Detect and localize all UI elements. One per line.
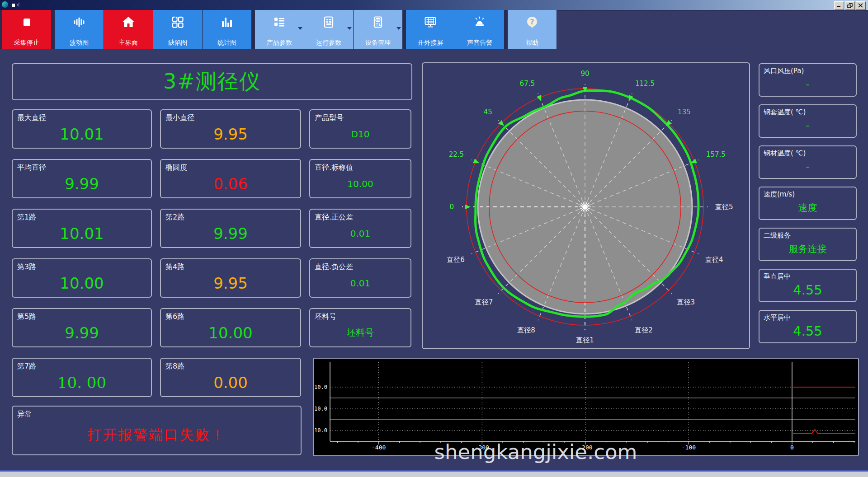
app-window: c 采集停止波动图主界面缺陷图统计图产品参数运行参数设备管理开外接屏声音告警?帮… [0, 0, 868, 477]
restore-icon [847, 3, 853, 8]
toolbar-button-label: 运行参数 [316, 39, 341, 46]
metric-cell-12: 直径.负公差0.01 [309, 258, 411, 298]
metric-cell-6: 直径.标称值10.00 [309, 159, 411, 198]
status-value: 服务连接 [760, 237, 856, 260]
svg-text:直径4: 直径4 [705, 256, 723, 264]
toolbar-button-stats-chart[interactable]: 统计图 [203, 10, 251, 49]
toolbar-button-label: 采集停止 [14, 39, 39, 46]
svg-text:45: 45 [484, 108, 492, 116]
alarm-icon [473, 15, 486, 31]
metric-value: 10.01 [13, 220, 151, 247]
status-value: - [760, 155, 856, 178]
metric-value: 9.99 [161, 220, 300, 247]
metric-value: 0.01 [310, 220, 410, 247]
status-cell-1: 风口风压(Pa)- [759, 63, 857, 97]
metric-cell-17: 第8路0.00 [160, 358, 301, 397]
svg-text:10.0: 10.0 [314, 406, 327, 412]
status-cell-2: 钢套温度( ℃)- [759, 104, 857, 138]
metric-cell-11: 第4路9.95 [160, 258, 301, 298]
metric-value: 9.99 [13, 170, 151, 197]
toolbar-button-label: 缺陷图 [168, 39, 187, 46]
window-title-glyph-icon [12, 4, 15, 7]
home-icon [122, 15, 135, 31]
toolbar-button-external-screen[interactable]: 开外接屏 [406, 10, 455, 49]
toolbar-button-defect-chart[interactable]: 缺陷图 [153, 10, 202, 49]
status-panel: 风口风压(Pa)-钢套温度( ℃)-钢材温度( ℃)-速度(m/s)速度二级服务… [759, 63, 857, 343]
toolbar-button-main-screen[interactable]: 主界面 [104, 10, 153, 49]
toolbar-button-sound-alarm[interactable]: 声音告警 [455, 10, 504, 49]
stop-icon [20, 15, 33, 31]
polar-chart: 022.54567.590112.5135157.5直径5直径4直径3直径2直径… [423, 63, 749, 348]
status-value: 4.55 [760, 278, 856, 301]
toolbar-button-label: 统计图 [217, 39, 236, 46]
product-icon [273, 15, 286, 31]
toolbar-button-label: 设备管理 [365, 39, 391, 46]
metrics-grid: 最大直径10.01最小直径9.95产品型号D10平均直径9.99椭圆度0.06直… [12, 109, 411, 397]
minimize-button[interactable] [834, 1, 844, 10]
close-button[interactable] [856, 1, 866, 10]
chevron-down-icon[interactable] [396, 27, 401, 30]
metric-cell-1: 最大直径10.01 [12, 109, 152, 149]
status-cell-7: 水平居中4.55 [759, 310, 857, 343]
toolbar-button-label: 主界面 [119, 39, 138, 46]
metric-value: 9.95 [161, 120, 300, 148]
svg-text:直径2: 直径2 [635, 326, 653, 334]
metric-value: 9.99 [13, 319, 151, 346]
toolbar-button-product-params[interactable]: 产品参数 [255, 10, 304, 49]
metric-cell-8: 第2路9.99 [160, 209, 301, 248]
gauge-title: 3#测径仪 [163, 68, 261, 96]
app-logo-icon [2, 1, 8, 8]
svg-text:0: 0 [790, 444, 794, 451]
svg-text:直径1: 直径1 [576, 336, 594, 344]
metric-value: 10.00 [13, 269, 151, 297]
gauge-title-box: 3#测径仪 [12, 63, 412, 100]
window-title: c [17, 2, 20, 8]
svg-text:直径5: 直径5 [715, 203, 733, 211]
metric-value: 0.00 [161, 369, 300, 396]
metric-value: D10 [310, 120, 410, 148]
metric-value: 坯料号 [310, 319, 410, 346]
metric-cell-9: 直径.正公差0.01 [309, 209, 411, 248]
toolbar-button-label: 帮助 [526, 39, 538, 46]
svg-text:10.0: 10.0 [314, 427, 327, 434]
toolbar-button-label: 开外接屏 [418, 39, 443, 46]
metric-value: 10.00 [161, 319, 300, 346]
svg-text:?: ? [530, 18, 534, 26]
svg-text:直径6: 直径6 [447, 256, 465, 264]
toolbar-button-wave-chart[interactable]: 波动图 [55, 10, 104, 49]
toolbar-button-run-params[interactable]: 运行参数 [304, 10, 353, 49]
svg-text:直径8: 直径8 [517, 326, 535, 334]
chevron-down-icon[interactable] [347, 27, 352, 30]
help-icon: ? [525, 15, 539, 31]
restore-button[interactable] [845, 1, 855, 10]
close-icon [858, 3, 863, 8]
screen-icon [424, 15, 437, 31]
minimize-icon [836, 3, 842, 8]
watermark: shengkangjixie.com [409, 440, 662, 464]
svg-text:直径3: 直径3 [677, 298, 695, 306]
chevron-down-icon[interactable] [298, 27, 302, 30]
metric-value: 10.00 [310, 170, 410, 197]
status-value: - [760, 73, 856, 96]
polar-chart-panel: 022.54567.590112.5135157.5直径5直径4直径3直径2直径… [422, 62, 750, 349]
toolbar-button-device-manage[interactable]: 设备管理 [354, 10, 402, 49]
status-cell-6: 垂直居中4.55 [759, 269, 857, 302]
metric-value: 9.95 [161, 269, 300, 297]
form-icon [322, 15, 335, 31]
metric-cell-14: 第6路10.00 [160, 308, 301, 347]
wave-icon [72, 15, 86, 31]
alarm-box: 异常 打开报警端口失败！ [12, 406, 302, 455]
svg-text:157.5: 157.5 [706, 150, 726, 159]
metric-value: 10.01 [13, 120, 151, 148]
toolbar-button-label: 声音告警 [467, 39, 492, 46]
status-value: - [760, 114, 856, 137]
toolbar-button-label: 产品参数 [267, 39, 292, 46]
svg-text:10.0: 10.0 [314, 384, 327, 390]
toolbar-button-label: 波动图 [70, 39, 89, 46]
toolbar-buttons: 采集停止波动图主界面缺陷图统计图产品参数运行参数设备管理开外接屏声音告警?帮助 [0, 10, 557, 49]
svg-text:22.5: 22.5 [449, 150, 464, 159]
svg-text:-400: -400 [372, 444, 386, 451]
svg-text:直径7: 直径7 [475, 298, 493, 306]
toolbar-button-help[interactable]: ?帮助 [508, 10, 557, 49]
toolbar-button-stop-capture[interactable]: 采集停止 [2, 10, 51, 49]
